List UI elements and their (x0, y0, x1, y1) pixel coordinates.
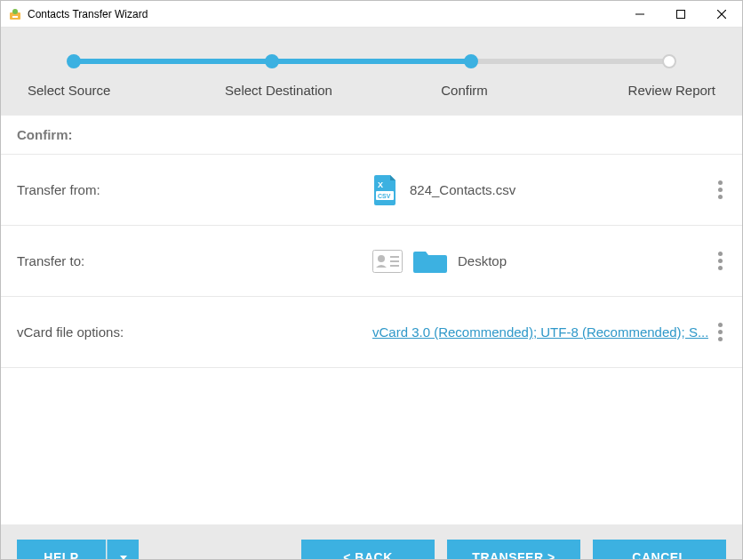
transfer-from-filename: 824_Contacts.csv (410, 182, 515, 197)
transfer-from-row: Transfer from: X CSV 824_Contacts.csv (1, 155, 742, 226)
step-node-2 (265, 54, 279, 68)
minimize-button[interactable] (619, 1, 660, 27)
close-button[interactable] (701, 1, 742, 27)
vcard-options-menu[interactable] (714, 317, 726, 347)
window-title: Contacts Transfer Wizard (28, 8, 619, 20)
svg-text:X: X (378, 180, 383, 189)
step-node-4 (662, 54, 676, 68)
svg-rect-2 (12, 16, 18, 18)
step-label-2: Select Destination (193, 83, 365, 98)
content-area: Confirm: Transfer from: X CSV 824_Contac… (1, 116, 742, 524)
vcard-options-link[interactable]: vCard 3.0 (Recommended); UTF-8 (Recommen… (372, 324, 708, 340)
window-controls (619, 1, 742, 27)
step-labels: Select Source Select Destination Confirm… (28, 83, 715, 98)
svg-rect-4 (677, 10, 685, 18)
folder-icon (413, 248, 447, 275)
maximize-button[interactable] (660, 1, 701, 27)
transfer-button[interactable]: TRANSFER > (447, 540, 580, 560)
transfer-from-label: Transfer from: (17, 182, 372, 197)
vcard-options-row: vCard file options: vCard 3.0 (Recommend… (1, 297, 742, 368)
vcard-options-label: vCard file options: (17, 324, 372, 340)
section-header: Confirm: (17, 127, 73, 142)
progress-stepper (31, 52, 712, 70)
vcard-options-value: vCard 3.0 (Recommended); UTF-8 (Recommen… (372, 324, 714, 340)
step-label-1: Select Source (28, 83, 179, 98)
transfer-from-value: X CSV 824_Contacts.csv (372, 175, 714, 205)
transfer-to-menu[interactable] (714, 246, 726, 276)
step-node-1 (67, 54, 81, 68)
step-node-3 (464, 54, 478, 68)
transfer-from-menu[interactable] (714, 175, 726, 204)
footer: HELP < BACK TRANSFER > CANCEL (1, 524, 742, 560)
help-dropdown-button[interactable] (107, 540, 139, 560)
svg-text:CSV: CSV (378, 193, 391, 199)
transfer-to-destination: Desktop (458, 253, 507, 268)
stepper-section: Select Source Select Destination Confirm… (1, 28, 742, 116)
step-label-4: Review Report (564, 83, 715, 98)
section-header-row: Confirm: (1, 116, 742, 155)
svg-point-11 (378, 255, 385, 262)
app-icon (8, 7, 22, 21)
back-button[interactable]: < BACK (301, 540, 435, 560)
transfer-to-row: Transfer to: Desktop (1, 226, 742, 297)
transfer-to-label: Transfer to: (17, 253, 372, 268)
csv-file-icon: X CSV (372, 175, 399, 205)
contact-card-icon (372, 250, 403, 273)
transfer-to-value: Desktop (372, 248, 714, 275)
help-button[interactable]: HELP (17, 540, 106, 560)
step-label-3: Confirm (379, 83, 551, 98)
svg-point-1 (12, 9, 18, 14)
titlebar: Contacts Transfer Wizard (1, 1, 742, 28)
cancel-button[interactable]: CANCEL (593, 540, 726, 560)
